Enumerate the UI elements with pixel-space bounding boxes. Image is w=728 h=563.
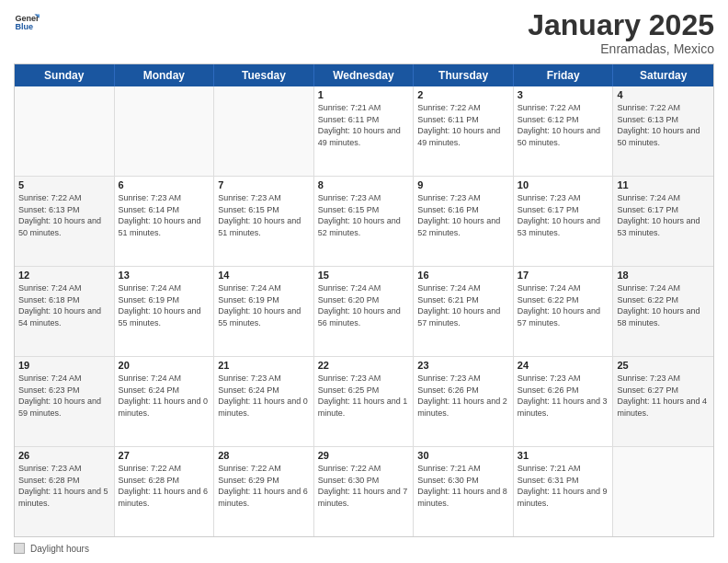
day-number: 27 (119, 450, 210, 461)
day-cell-7: 7Sunrise: 7:23 AM Sunset: 6:15 PM Daylig… (214, 177, 314, 266)
day-info: Sunrise: 7:22 AM Sunset: 6:13 PM Dayligh… (18, 192, 110, 238)
day-number: 14 (218, 270, 310, 281)
header: General Blue January 2025 Enramadas, Mex… (14, 9, 714, 56)
day-cell-26: 26Sunrise: 7:23 AM Sunset: 6:28 PM Dayli… (15, 447, 115, 536)
day-number: 2 (417, 89, 509, 100)
day-cell-30: 30Sunrise: 7:21 AM Sunset: 6:30 PM Dayli… (414, 447, 514, 536)
day-number: 5 (18, 179, 110, 190)
title-section: January 2025 Enramadas, Mexico (528, 9, 714, 56)
empty-cell-0-1 (115, 86, 215, 176)
day-info: Sunrise: 7:24 AM Sunset: 6:18 PM Dayligh… (18, 282, 110, 328)
day-number: 17 (518, 270, 609, 281)
day-info: Sunrise: 7:23 AM Sunset: 6:25 PM Dayligh… (318, 373, 410, 419)
day-number: 8 (318, 179, 410, 190)
header-day-monday: Monday (115, 64, 215, 86)
day-cell-22: 22Sunrise: 7:23 AM Sunset: 6:25 PM Dayli… (314, 357, 415, 446)
day-cell-14: 14Sunrise: 7:24 AM Sunset: 6:19 PM Dayli… (214, 267, 314, 356)
day-number: 1 (318, 89, 410, 100)
logo: General Blue (14, 9, 40, 35)
footer-legend-box (14, 543, 25, 554)
day-cell-29: 29Sunrise: 7:22 AM Sunset: 6:30 PM Dayli… (314, 447, 415, 536)
day-cell-9: 9Sunrise: 7:23 AM Sunset: 6:16 PM Daylig… (414, 177, 514, 266)
calendar-header: SundayMondayTuesdayWednesdayThursdayFrid… (15, 64, 713, 86)
header-day-sunday: Sunday (15, 64, 115, 86)
day-info: Sunrise: 7:24 AM Sunset: 6:23 PM Dayligh… (18, 373, 110, 419)
calendar-row-3: 12Sunrise: 7:24 AM Sunset: 6:18 PM Dayli… (15, 267, 713, 357)
day-cell-24: 24Sunrise: 7:23 AM Sunset: 6:26 PM Dayli… (514, 357, 614, 446)
day-number: 12 (18, 270, 110, 281)
day-number: 11 (617, 179, 710, 190)
day-number: 24 (518, 360, 609, 371)
day-info: Sunrise: 7:22 AM Sunset: 6:28 PM Dayligh… (119, 463, 210, 509)
day-cell-20: 20Sunrise: 7:24 AM Sunset: 6:24 PM Dayli… (115, 357, 215, 446)
empty-cell-0-0 (15, 86, 115, 176)
calendar-row-1: 1Sunrise: 7:21 AM Sunset: 6:11 PM Daylig… (15, 86, 713, 177)
day-info: Sunrise: 7:23 AM Sunset: 6:15 PM Dayligh… (318, 192, 410, 238)
day-number: 16 (417, 270, 509, 281)
header-day-friday: Friday (514, 64, 614, 86)
day-number: 23 (417, 360, 509, 371)
day-info: Sunrise: 7:23 AM Sunset: 6:16 PM Dayligh… (417, 192, 509, 238)
day-number: 30 (417, 450, 509, 461)
day-cell-6: 6Sunrise: 7:23 AM Sunset: 6:14 PM Daylig… (115, 177, 215, 266)
page: General Blue January 2025 Enramadas, Mex… (0, 0, 728, 563)
day-info: Sunrise: 7:23 AM Sunset: 6:26 PM Dayligh… (518, 373, 609, 419)
day-cell-10: 10Sunrise: 7:23 AM Sunset: 6:17 PM Dayli… (514, 177, 614, 266)
calendar: SundayMondayTuesdayWednesdayThursdayFrid… (14, 63, 714, 537)
footer-label: Daylight hours (30, 544, 89, 554)
header-day-saturday: Saturday (613, 64, 713, 86)
day-info: Sunrise: 7:21 AM Sunset: 6:31 PM Dayligh… (518, 463, 609, 509)
day-cell-15: 15Sunrise: 7:24 AM Sunset: 6:20 PM Dayli… (314, 267, 415, 356)
day-info: Sunrise: 7:24 AM Sunset: 6:21 PM Dayligh… (417, 282, 509, 328)
day-info: Sunrise: 7:23 AM Sunset: 6:14 PM Dayligh… (119, 192, 210, 238)
day-number: 21 (218, 360, 310, 371)
calendar-row-2: 5Sunrise: 7:22 AM Sunset: 6:13 PM Daylig… (15, 177, 713, 267)
day-number: 4 (617, 89, 710, 100)
day-number: 13 (119, 270, 210, 281)
day-info: Sunrise: 7:23 AM Sunset: 6:27 PM Dayligh… (617, 373, 710, 419)
day-number: 10 (518, 179, 609, 190)
header-day-wednesday: Wednesday (314, 64, 415, 86)
day-number: 9 (417, 179, 509, 190)
day-cell-21: 21Sunrise: 7:23 AM Sunset: 6:24 PM Dayli… (214, 357, 314, 446)
day-cell-17: 17Sunrise: 7:24 AM Sunset: 6:22 PM Dayli… (514, 267, 614, 356)
day-info: Sunrise: 7:23 AM Sunset: 6:17 PM Dayligh… (518, 192, 609, 238)
day-info: Sunrise: 7:24 AM Sunset: 6:20 PM Dayligh… (318, 282, 410, 328)
day-cell-8: 8Sunrise: 7:23 AM Sunset: 6:15 PM Daylig… (314, 177, 415, 266)
day-number: 25 (617, 360, 710, 371)
day-cell-1: 1Sunrise: 7:21 AM Sunset: 6:11 PM Daylig… (314, 86, 415, 176)
header-day-tuesday: Tuesday (214, 64, 314, 86)
day-info: Sunrise: 7:21 AM Sunset: 6:30 PM Dayligh… (417, 463, 509, 509)
day-cell-27: 27Sunrise: 7:22 AM Sunset: 6:28 PM Dayli… (115, 447, 215, 536)
day-number: 18 (617, 270, 710, 281)
day-info: Sunrise: 7:24 AM Sunset: 6:22 PM Dayligh… (518, 282, 609, 328)
day-cell-4: 4Sunrise: 7:22 AM Sunset: 6:13 PM Daylig… (613, 86, 713, 176)
day-cell-19: 19Sunrise: 7:24 AM Sunset: 6:23 PM Dayli… (15, 357, 115, 446)
day-cell-18: 18Sunrise: 7:24 AM Sunset: 6:22 PM Dayli… (613, 267, 713, 356)
day-cell-5: 5Sunrise: 7:22 AM Sunset: 6:13 PM Daylig… (15, 177, 115, 266)
day-number: 29 (318, 450, 410, 461)
day-cell-13: 13Sunrise: 7:24 AM Sunset: 6:19 PM Dayli… (115, 267, 215, 356)
day-info: Sunrise: 7:23 AM Sunset: 6:24 PM Dayligh… (218, 373, 310, 419)
month-title: January 2025 (528, 9, 714, 41)
day-info: Sunrise: 7:24 AM Sunset: 6:17 PM Dayligh… (617, 192, 710, 238)
day-info: Sunrise: 7:24 AM Sunset: 6:22 PM Dayligh… (617, 282, 710, 328)
day-cell-12: 12Sunrise: 7:24 AM Sunset: 6:18 PM Dayli… (15, 267, 115, 356)
location: Enramadas, Mexico (528, 41, 714, 56)
day-info: Sunrise: 7:21 AM Sunset: 6:11 PM Dayligh… (318, 102, 410, 148)
day-cell-25: 25Sunrise: 7:23 AM Sunset: 6:27 PM Dayli… (613, 357, 713, 446)
footer: Daylight hours (14, 543, 714, 554)
day-number: 6 (119, 179, 210, 190)
calendar-row-5: 26Sunrise: 7:23 AM Sunset: 6:28 PM Dayli… (15, 447, 713, 536)
day-info: Sunrise: 7:22 AM Sunset: 6:29 PM Dayligh… (218, 463, 310, 509)
day-cell-3: 3Sunrise: 7:22 AM Sunset: 6:12 PM Daylig… (514, 86, 614, 176)
day-info: Sunrise: 7:22 AM Sunset: 6:30 PM Dayligh… (318, 463, 410, 509)
day-info: Sunrise: 7:23 AM Sunset: 6:28 PM Dayligh… (18, 463, 110, 509)
day-cell-11: 11Sunrise: 7:24 AM Sunset: 6:17 PM Dayli… (613, 177, 713, 266)
calendar-body: 1Sunrise: 7:21 AM Sunset: 6:11 PM Daylig… (15, 86, 713, 536)
day-number: 3 (518, 89, 609, 100)
day-info: Sunrise: 7:24 AM Sunset: 6:24 PM Dayligh… (119, 373, 210, 419)
day-info: Sunrise: 7:22 AM Sunset: 6:13 PM Dayligh… (617, 102, 710, 148)
logo-icon: General Blue (14, 9, 40, 35)
day-info: Sunrise: 7:23 AM Sunset: 6:15 PM Dayligh… (218, 192, 310, 238)
